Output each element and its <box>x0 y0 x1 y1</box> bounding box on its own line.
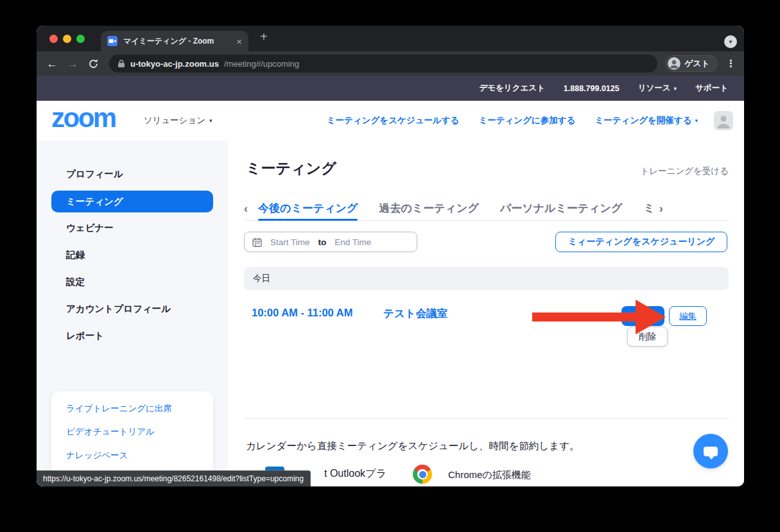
join-meeting-link[interactable]: ミーティングに参加する <box>478 115 575 126</box>
tab-title: マイミーティング - Zoom <box>123 36 230 47</box>
browser-tab[interactable]: マイミーティング - Zoom × <box>101 31 248 51</box>
sidebar-item-recordings[interactable]: 記録 <box>66 248 85 262</box>
sidebar-link-live-training[interactable]: ライブトレーニングに出席 <box>66 402 172 415</box>
guest-label: ゲスト <box>685 58 709 69</box>
new-tab-button[interactable]: + <box>260 30 268 44</box>
host-meeting-link[interactable]: ミーティングを開催する ▾ <box>594 115 698 126</box>
browser-menu-icon[interactable]: ⋮ <box>726 58 736 69</box>
sidebar-item-account-profile[interactable]: アカウントプロフィール <box>66 302 171 316</box>
host-meeting-label: ミーティングを開催する <box>594 115 691 126</box>
to-label: to <box>318 237 327 247</box>
topnav-phone: 1.888.799.0125 <box>564 84 620 93</box>
start-time-input[interactable]: Start Time <box>270 237 310 247</box>
meeting-name-link[interactable]: テスト会議室 <box>383 307 447 321</box>
chevron-down-icon: ▾ <box>209 117 212 124</box>
tab-close-icon[interactable]: × <box>236 37 242 46</box>
calendar-promo-text: カレンダーから直接ミーティングをスケジュールし、時間を節約します。 <box>246 440 580 453</box>
user-avatar[interactable] <box>714 111 733 130</box>
guest-avatar-icon <box>668 57 680 70</box>
sidebar-item-meetings[interactable]: ミーティング <box>51 191 213 212</box>
date-range-picker[interactable]: Start Time to End Time <box>244 232 417 252</box>
chat-help-button[interactable] <box>693 434 728 468</box>
edit-button[interactable]: 編集 <box>669 306 707 326</box>
forward-icon[interactable]: → <box>65 58 80 69</box>
tab-truncated[interactable]: ミ <box>643 196 654 220</box>
red-annotation-arrow <box>532 300 666 334</box>
schedule-meeting-button[interactable]: ミィーティングをスケジューリング <box>555 232 727 252</box>
guest-profile-chip[interactable]: ゲスト <box>665 55 718 72</box>
window-zoom-button[interactable] <box>76 35 85 43</box>
solutions-menu[interactable]: ソリューション ▾ <box>144 115 212 126</box>
sidebar-link-knowledge-base[interactable]: ナレッジベース <box>66 449 128 462</box>
calendar-icon <box>252 237 262 247</box>
link-status-tooltip: https://u-tokyo-ac-jp.zoom.us/meeting/82… <box>37 470 311 486</box>
section-divider <box>244 418 729 419</box>
url-host: u-tokyo-ac-jp.zoom.us <box>130 59 219 69</box>
sidebar: プロフィール ミーティング ウェビナー 記録 設定 アカウントプロフィール レポ… <box>37 141 228 486</box>
end-time-input[interactable]: End Time <box>334 237 371 247</box>
chevron-down-icon: ▾ <box>674 85 677 92</box>
browser-toolbar: ← → u-tokyo-ac-jp.zoom.us /meeting#/upco… <box>37 51 744 76</box>
window-close-button[interactable] <box>49 35 58 43</box>
browser-window: マイミーティング - Zoom × + ▾ ← → u-tokyo-ac-jp.… <box>37 26 744 486</box>
url-path: /meeting#/upcoming <box>224 59 299 69</box>
chat-bubble-icon <box>704 447 718 456</box>
page-title: ミーティング <box>246 159 336 178</box>
browser-tab-strip: マイミーティング - Zoom × + ▾ <box>37 26 744 51</box>
site-topnav: デモをリクエスト 1.888.799.0125 リソース ▾ サポート <box>37 76 744 101</box>
zoom-logo[interactable]: zoom <box>51 105 116 137</box>
tab-personal-meetings[interactable]: パーソナルミーティング <box>500 196 623 220</box>
topnav-resources[interactable]: リソース ▾ <box>638 83 677 94</box>
tabs-chevron-left-icon[interactable]: ‹ <box>244 203 248 214</box>
tabs-chevron-right-icon[interactable]: › <box>659 203 663 214</box>
zoom-favicon-icon <box>107 36 117 46</box>
topnav-support[interactable]: サポート <box>695 83 728 94</box>
solutions-label: ソリューション <box>144 115 205 126</box>
chevron-down-icon: ▾ <box>695 117 698 124</box>
today-group-header: 今日 <box>244 267 729 290</box>
lock-icon <box>117 59 125 68</box>
topnav-request-demo[interactable]: デモをリクエスト <box>479 83 544 94</box>
site-header: zoom ソリューション ▾ ミーティングをスケジュールする ミーティングに参加… <box>37 101 744 141</box>
desktop-background: マイミーティング - Zoom × + ▾ ← → u-tokyo-ac-jp.… <box>0 0 780 532</box>
sidebar-item-webinars[interactable]: ウェビナー <box>66 221 114 235</box>
sidebar-link-video-tutorials[interactable]: ビデオチュートリアル <box>66 425 155 438</box>
meeting-tabs: ‹ 今後のミーティング 過去のミーティング パーソナルミーティング ミ › <box>244 196 729 221</box>
sidebar-item-reports[interactable]: レポート <box>66 329 104 343</box>
meeting-time: 10:00 AM - 11:00 AM <box>252 307 352 319</box>
chrome-extension-link[interactable]: Chromeの拡張機能 <box>448 469 531 481</box>
topnav-resources-label: リソース <box>638 83 671 94</box>
reload-icon[interactable] <box>86 58 100 69</box>
get-training-link[interactable]: トレーニングを受ける <box>640 166 729 177</box>
schedule-meeting-link[interactable]: ミーティングをスケジュールする <box>327 115 460 126</box>
status-url: https://u-tokyo-ac-jp.zoom.us/meeting/82… <box>43 474 304 483</box>
back-icon[interactable]: ← <box>45 58 59 69</box>
browser-update-chevron-button[interactable]: ▾ <box>724 35 737 48</box>
sidebar-item-settings[interactable]: 設定 <box>66 275 85 289</box>
address-bar[interactable]: u-tokyo-ac-jp.zoom.us /meeting#/upcoming <box>109 55 657 73</box>
window-controls <box>49 35 85 43</box>
chrome-extension-icon[interactable] <box>413 465 432 484</box>
outlook-plugin-link[interactable]: t Outlookプラ <box>324 467 386 481</box>
tab-previous-meetings[interactable]: 過去のミーティング <box>379 196 478 220</box>
sidebar-item-profile[interactable]: プロフィール <box>66 167 123 181</box>
main-panel: ミーティング トレーニングを受ける ‹ 今後のミーティング 過去のミーティング … <box>228 141 744 486</box>
tab-upcoming-meetings[interactable]: 今後のミーティング <box>258 196 358 220</box>
window-minimize-button[interactable] <box>63 35 71 43</box>
